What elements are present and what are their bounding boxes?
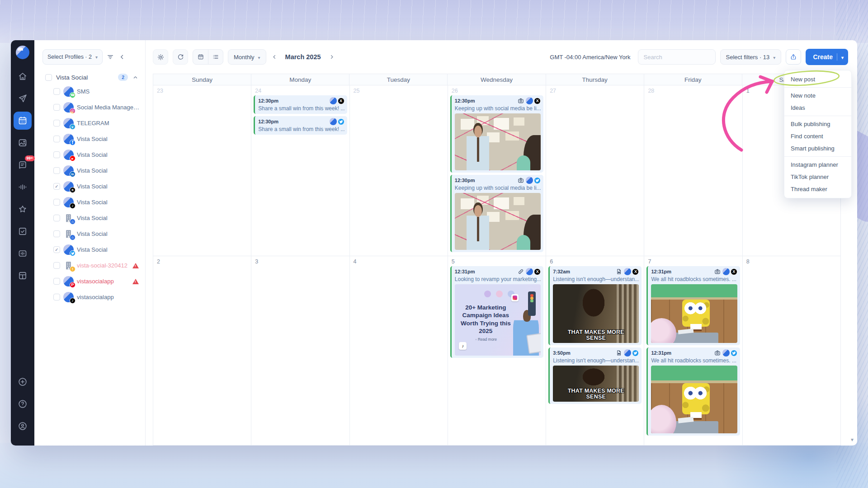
profile-checkbox[interactable] [53,199,60,206]
export-button[interactable] [786,49,801,65]
menu-item-new-post[interactable]: New post [784,73,851,85]
sidebar-item-reports[interactable] [14,244,32,263]
group-collapse-button[interactable] [132,74,139,81]
profile-checkbox[interactable] [53,151,60,158]
sidebar-item-listening[interactable] [14,178,32,196]
calendar-event[interactable]: 12:30pm Keeping up with social media be … [450,175,543,252]
sidebar-item-inbox[interactable]: 99+ [14,156,32,174]
profile-checkbox[interactable] [53,230,60,237]
profile-row[interactable]: TELEGRAM [34,115,145,131]
select-filters-label: Select filters · 13 [726,54,770,61]
calendar-event[interactable]: 12:31pm Looking to revamp your marketing… [450,266,543,358]
profile-row[interactable]: vista-social-320412 [34,258,145,273]
camera-icon [714,268,721,275]
tiktok-icon: ♪ [459,342,467,350]
profile-filter-button[interactable] [106,53,114,61]
profile-checkbox[interactable] [53,294,60,300]
profile-checkbox[interactable] [53,278,60,285]
profile-row[interactable]: Vista Social [34,163,145,178]
list-view-button[interactable] [208,50,223,64]
profile-row[interactable]: Vista Social [34,147,145,163]
sidebar-item-home[interactable] [14,67,32,85]
select-filters-dropdown[interactable]: Select filters · 13 [720,49,782,65]
calendar-event[interactable]: 12:30pm Share a small win from this week… [254,95,347,114]
profile-row[interactable]: vistasocialapp [34,273,145,289]
profile-row[interactable]: SMS [34,84,145,99]
profile-row[interactable]: Vista Social [34,226,145,242]
day-cell[interactable]: 25 [350,85,448,256]
view-range-dropdown[interactable]: Monthly [228,49,266,65]
day-cell[interactable]: 23 [153,85,251,256]
day-cell[interactable]: 3 [251,256,349,446]
profile-checkbox[interactable] [53,136,60,142]
profile-checkbox[interactable] [53,104,60,111]
collapse-panel-button[interactable] [118,53,126,61]
calendar-event[interactable]: 3:50pm Listening isn't enough—understan.… [548,347,642,404]
calendar-settings-button[interactable] [153,49,168,65]
profile-row[interactable]: Vista Social [34,210,145,226]
profile-group-header[interactable]: Vista Social 2 [34,69,145,84]
profile-avatar [63,86,74,97]
camera-icon [714,350,721,356]
profile-checkbox[interactable] [53,167,60,174]
sidebar-item-add[interactable] [14,373,32,391]
day-cell[interactable]: 4 [350,256,448,446]
menu-item-new-note[interactable]: New note [784,89,851,102]
refresh-button[interactable] [173,49,188,65]
profile-row[interactable]: Vista Social [34,194,145,210]
menu-item-smart-publishing[interactable]: Smart publishing [784,142,851,155]
profile-checkbox[interactable] [53,215,60,221]
menu-item-thread-maker[interactable]: Thread maker [784,183,851,195]
day-header-monday: Monday [251,74,349,85]
day-cell[interactable]: 24 12:30pm Share a small win from this w… [251,85,349,256]
profile-row[interactable]: Vista Social [34,131,145,147]
sidebar-item-account[interactable] [14,417,32,435]
event-title: Keeping up with social media be li... [455,105,541,112]
date-label: 8 [746,258,750,265]
profile-checkbox[interactable] [53,262,60,269]
menu-item-instagram-planner[interactable]: Instagram planner [784,159,851,171]
scroll-down-indicator[interactable] [851,436,854,443]
group-checkbox[interactable] [45,74,52,81]
day-cell[interactable]: 5 12:31pm Looking to revamp your marketi… [448,256,546,446]
menu-item-tiktok-planner[interactable]: TikTok planner [784,171,851,183]
calendar-event[interactable]: 12:30pm Share a small win from this week… [254,116,347,135]
calendar-event[interactable]: 12:31pm We all hit roadblocks sometimes.… [646,266,740,345]
previous-month-button[interactable] [271,53,278,61]
profile-row[interactable]: Vista Social [34,178,145,194]
day-cell[interactable]: 27 [546,85,644,256]
layout-icon [18,271,28,281]
day-cell[interactable]: 26 12:30pm Keeping up with social media … [448,85,546,256]
sidebar-item-tasks[interactable] [14,222,32,240]
search-input[interactable] [638,49,716,65]
profile-checkbox[interactable] [53,183,60,190]
sidebar-item-calendar[interactable] [14,112,32,130]
profile-checkbox[interactable] [53,120,60,127]
profile-row[interactable]: Social Media Managem... [34,99,145,115]
day-cell[interactable]: 28 [644,85,742,256]
sidebar-item-media[interactable] [14,134,32,152]
calendar-view-button[interactable] [193,50,208,64]
select-profiles-dropdown[interactable]: Select Profiles · 2 [42,49,103,65]
profile-row[interactable]: vistasocialapp [34,289,145,305]
profile-row[interactable]: Vista Social [34,242,145,258]
event-time: 12:30pm [455,98,518,103]
profile-checkbox[interactable] [53,88,60,95]
sidebar-item-publish[interactable] [14,89,32,108]
menu-item-find-content[interactable]: Find content [784,130,851,142]
profile-checkbox[interactable] [53,246,60,253]
next-month-button[interactable] [328,53,335,61]
calendar-event[interactable]: 12:30pm Keeping up with social media be … [450,95,543,173]
create-button[interactable]: Create [806,49,848,65]
sidebar-item-help[interactable] [14,395,32,413]
day-cell[interactable]: 2 [153,256,251,446]
calendar-event[interactable]: 12:31pm We all hit roadblocks sometimes.… [646,347,740,436]
day-cell[interactable]: 8 [743,256,841,446]
menu-item-ideas[interactable]: Ideas [784,102,851,114]
calendar-event[interactable]: 7:32am Listening isn't enough—understan.… [548,266,642,345]
sidebar-item-dashboard[interactable] [14,267,32,285]
day-cell[interactable]: 6 7:32am Listening isn't enough—understa… [546,256,644,446]
menu-item-bulk-publishing[interactable]: Bulk publishing [784,118,851,130]
day-cell[interactable]: 7 12:31pm We all hit roadblocks sometime… [644,256,742,446]
sidebar-item-reviews[interactable] [14,200,32,218]
